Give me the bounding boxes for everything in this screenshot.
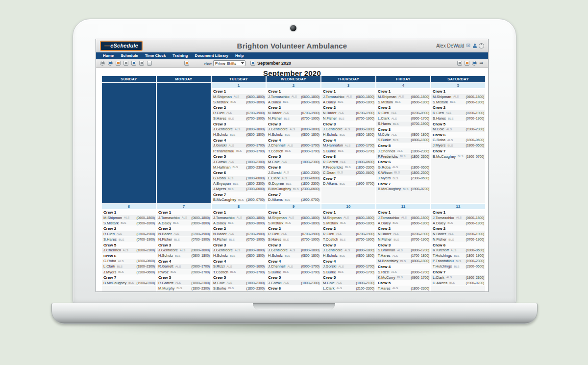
shift-row[interactable]: M.ShipmanALS(0600–1800) xyxy=(267,215,320,220)
shift-row[interactable]: N.FisherBLS(0700–1900) xyxy=(267,116,320,121)
shift-row[interactable]: J.GentilcoreALS(0800–1800) xyxy=(212,248,266,253)
shift-row[interactable]: J.GentilcoreALS(0800–1800) xyxy=(321,248,375,253)
shift-row[interactable]: S.HaresBLS(0700–1900) xyxy=(267,237,320,242)
shift-row[interactable]: J.GentilcoreALS(0800–1800) xyxy=(267,127,320,132)
shift-row[interactable]: D.AikensBLS(1900–0700) xyxy=(267,197,320,203)
menu-schedule[interactable]: Schedule xyxy=(121,53,138,58)
shift-row[interactable]: R.GarrettALS(0900–1700) xyxy=(157,264,211,269)
day-cell[interactable]: 9Crew 1M.ShipmanALS(0600–1800)S.MistarkB… xyxy=(267,204,320,292)
shift-row[interactable]: D.AikensBLS(1900–0700) xyxy=(321,181,375,187)
shift-row[interactable]: N.FisherBLS(0700–1900) xyxy=(212,237,266,242)
shift-row[interactable]: J.ChennellALS(1800–2300) xyxy=(102,248,156,253)
menu-document-library[interactable]: Document Library xyxy=(195,53,228,58)
shift-row[interactable]: R.GarrettALS(1800–0600) xyxy=(321,159,375,165)
period-doc-icon[interactable] xyxy=(250,61,255,66)
logout-icon[interactable] xyxy=(479,43,484,49)
shift-row[interactable]: M.ColeALS(1800–2100) xyxy=(321,280,375,286)
shift-row[interactable]: T.HaresALS(1800–2300) xyxy=(376,286,430,291)
shift-row[interactable]: J.GorskiALS(1800–2300) xyxy=(267,280,320,286)
shift-row[interactable]: S.RizziALS(0900–1600) xyxy=(212,264,266,269)
shift-row[interactable]: S.HaresBLS(0700–1900) xyxy=(102,237,156,242)
shift-row[interactable]: J.MyersBLS(1800–0600) xyxy=(431,143,485,148)
day-cell[interactable]: 8Crew 1J.TomaschkoALS(0600–1800)A.DaleyB… xyxy=(212,204,266,292)
shift-row[interactable]: M.ShipmanALS(0600–1800) xyxy=(431,94,485,99)
shift-row[interactable]: N.BaderALS(0700–1900) xyxy=(212,231,266,237)
shift-row[interactable]: T.HutchingsBLS(2300–0600) xyxy=(431,264,485,269)
day-number[interactable]: 8 xyxy=(212,204,266,210)
shift-row[interactable]: H.SchulzBLS(0800–1800) xyxy=(157,253,211,259)
day-cell[interactable]: 2Crew 1J.TomaschkoALS(0600–1800)A.DaleyB… xyxy=(267,83,320,203)
shift-row[interactable]: N.BaderALS(0700–1900) xyxy=(267,110,320,116)
shift-row[interactable]: J.GorskiALS(1800–2300) xyxy=(267,170,320,175)
shift-row[interactable]: J.ChennellALS(0900–1700) xyxy=(267,264,320,269)
shift-row[interactable]: R.CieriALS(0700–1900) xyxy=(102,231,156,237)
shift-row[interactable]: H.SchulzBLS(0800–1800) xyxy=(212,253,266,259)
shift-row[interactable]: B.McCaugheyBLS(1900–0700) xyxy=(376,187,430,192)
shift-row[interactable]: M.ColeALS(1800–2300) xyxy=(267,159,320,165)
day-number[interactable]: 11 xyxy=(376,204,430,210)
shift-row[interactable]: M.HallinanBLS(1800–2300) xyxy=(212,165,266,170)
menu-help[interactable]: Help xyxy=(235,53,244,58)
shift-row[interactable]: S.MistarkBLS(0600–1800) xyxy=(321,220,375,226)
shift-row[interactable]: J.GorskiALS(1800–2300) xyxy=(212,159,266,165)
shift-row[interactable]: J.TomaschkoALS(0600–1800) xyxy=(376,215,430,220)
shift-row[interactable]: T.HaresALS(1700–1800) xyxy=(376,253,430,259)
day-cell[interactable]: 5Crew 1M.ShipmanALS(0600–1800)S.MistarkB… xyxy=(431,83,485,203)
shift-row[interactable]: S.MistarkBLS(0600–1800) xyxy=(431,99,485,105)
day-number[interactable]: 4 xyxy=(376,83,430,89)
shift-row[interactable]: S.MistarkBLS(0600–1800) xyxy=(102,220,156,226)
shift-row[interactable]: J.GorskiALS(0900–1700) xyxy=(212,143,266,148)
shift-row[interactable]: N.BaderALS(0700–1900) xyxy=(376,231,430,237)
shift-row[interactable]: L.ClarkBLS(1800–2300) xyxy=(102,264,156,269)
shift-row[interactable]: M.MurphyBLS(1800–2300) xyxy=(157,286,211,291)
shift-row[interactable]: K.McCorryBLS(0900–1700) xyxy=(376,275,430,280)
day-cell[interactable]: 10Crew 1M.ShipmanALS(0600–1800)S.Mistark… xyxy=(321,204,375,292)
shift-row[interactable]: N.BaderALS(0700–1900) xyxy=(431,231,485,237)
shift-row[interactable]: M.ShipmanALS(0600–1800) xyxy=(212,94,266,99)
shift-row[interactable]: H.SchulzBLS(0800–1800) xyxy=(321,253,375,259)
day-cell[interactable]: 7Crew 1J.TomaschkoALS(0600–1800)A.DaleyB… xyxy=(157,204,211,292)
shift-row[interactable]: J.GentilcoreALS(0800–1800) xyxy=(212,127,266,132)
shift-row[interactable]: C.DeanBLS(2300–0600) xyxy=(321,170,375,175)
shift-row[interactable]: S.BrannanALS(0800–1700) xyxy=(376,248,430,253)
shift-row[interactable]: J.GorskiALS(0900–1700) xyxy=(321,264,375,269)
shift-row[interactable]: N.BaderALS(0700–1900) xyxy=(321,110,375,116)
empty-day-cell[interactable] xyxy=(102,83,156,203)
shift-row[interactable]: A.DaleyBLS(0600–1800) xyxy=(431,220,485,226)
next-arrow-icon[interactable]: ⇒ xyxy=(479,61,483,66)
shift-row[interactable]: K.WilsonBLS(1800–2300) xyxy=(376,170,430,175)
shift-row[interactable]: G.RobaALS(1800–0600) xyxy=(376,165,430,170)
shift-row[interactable]: L.ClarkALS(2300–0600) xyxy=(267,176,320,181)
day-number[interactable]: 3 xyxy=(321,83,375,89)
shift-row[interactable]: A.EvyapanBLS(1800–2300) xyxy=(212,181,266,187)
shift-row[interactable]: N.FisherBLS(0700–1900) xyxy=(157,237,211,242)
shift-row[interactable]: N.FisherBLS(0700–1900) xyxy=(321,116,375,121)
shift-row[interactable]: M.ShipmanALS(0600–1800) xyxy=(102,215,156,220)
mail-icon[interactable]: ✉ xyxy=(466,43,470,48)
shift-row[interactable]: D.AikensBLS(1900–0700) xyxy=(431,280,485,286)
shift-row[interactable]: P.FredericksBLS(1800–2300) xyxy=(321,165,375,170)
shift-row[interactable]: P.FredericksBLS(1800–2300) xyxy=(376,154,430,159)
shift-row[interactable]: S.HaresBLS(0700–1900) xyxy=(376,122,430,127)
report-icon[interactable] xyxy=(139,61,144,66)
day-cell[interactable]: 6Crew 1M.ShipmanALS(0600–1800)S.MistarkB… xyxy=(102,204,156,292)
shift-row[interactable]: A.DaleyBLS(0600–1800) xyxy=(157,220,211,226)
shift-row[interactable]: T.CostichBLS(0700–1900) xyxy=(321,237,375,242)
day-cell[interactable]: 1Crew 1M.ShipmanALS(0600–1800)S.MistarkB… xyxy=(212,83,266,203)
shift-row[interactable]: R.CieriALS(0700–1900) xyxy=(321,231,375,237)
empty-day-cell[interactable] xyxy=(157,83,211,203)
shift-row[interactable]: T.HutchingsBLS(1800–1900) xyxy=(431,253,485,259)
shift-row[interactable]: B.McCaugheyBLS(1900–0700) xyxy=(212,197,266,203)
menu-training[interactable]: Training xyxy=(172,53,188,58)
shift-row[interactable]: A.DaleyBLS(0600–1800) xyxy=(321,99,375,105)
day-cell[interactable]: 3Crew 1J.TomaschkoALS(0600–1800)A.DaleyB… xyxy=(321,83,375,203)
key-icon[interactable] xyxy=(100,61,105,66)
note-icon[interactable] xyxy=(147,61,152,66)
print-icon[interactable] xyxy=(457,61,462,66)
shift-row[interactable]: N.BaderALS(0700–1900) xyxy=(157,231,211,237)
shift-row[interactable]: S.BurkeBLS(0800–1800) xyxy=(376,138,430,143)
view-select[interactable]: Prime Shifts xyxy=(213,60,245,66)
shift-row[interactable]: M.ShipmanALS(0600–1800) xyxy=(321,215,375,220)
shift-row[interactable]: S.BurkeBLS(1800–2300) xyxy=(212,286,266,291)
day-number[interactable]: 7 xyxy=(157,204,211,210)
